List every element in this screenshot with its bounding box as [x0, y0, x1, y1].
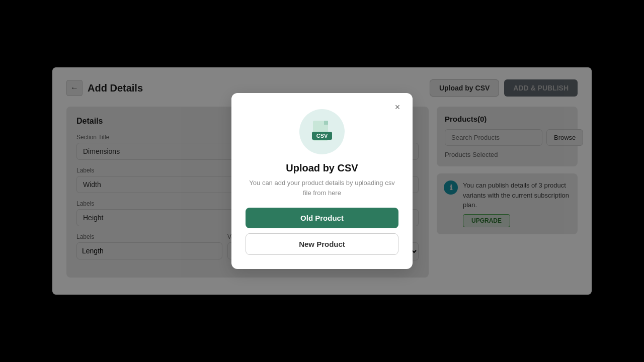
- upload-csv-modal: × CSV Upload by CSV You can add your pro…: [231, 93, 413, 269]
- svg-rect-1: [324, 121, 328, 125]
- modal-title: Upload by CSV: [286, 162, 358, 174]
- old-product-button[interactable]: Old Product: [246, 208, 398, 228]
- csv-file-icon: CSV: [309, 119, 335, 145]
- modal-description: You can add your product details by uplo…: [246, 178, 398, 198]
- app-window: ← Add Details Upload by CSV ADD & PUBLIS…: [52, 67, 592, 295]
- new-product-button[interactable]: New Product: [246, 233, 398, 255]
- svg-text:CSV: CSV: [316, 133, 328, 139]
- modal-overlay: × CSV Upload by CSV You can add your pro…: [52, 67, 592, 295]
- modal-icon-wrapper: CSV: [299, 109, 345, 154]
- modal-close-button[interactable]: ×: [390, 100, 405, 114]
